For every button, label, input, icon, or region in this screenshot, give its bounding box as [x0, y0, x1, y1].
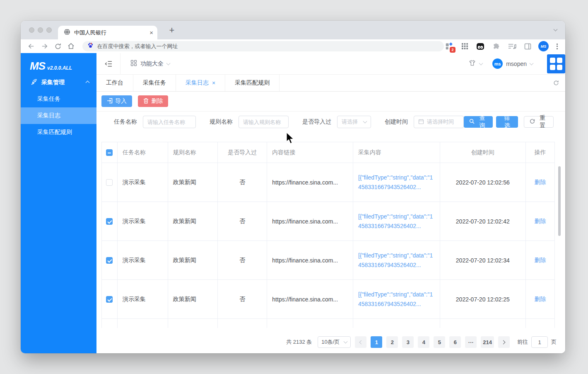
cell-content-link: https://finance.sina.com... [267, 202, 353, 240]
page-button[interactable]: ··· [465, 336, 477, 348]
import-label: 导入 [115, 97, 127, 105]
pagination-goto: 前往 页 [517, 336, 557, 348]
page-button[interactable]: 4 [418, 336, 429, 348]
theme-switcher[interactable] [468, 59, 482, 68]
collect-content-link[interactable]: [{"filedType":"string","data":"145833166… [358, 212, 435, 231]
sidebar-fold-button[interactable] [96, 53, 120, 74]
tab-search-chevron-icon[interactable] [554, 27, 558, 32]
chevron-down-icon [479, 61, 483, 65]
row-delete-link[interactable]: 删除 [535, 179, 546, 186]
feature-menu[interactable]: 功能大全 [130, 60, 170, 68]
table-body: 演示采集 政策新闻 否 https://finance.sina.com... … [102, 163, 554, 328]
import-button[interactable]: 导入 [101, 95, 132, 107]
sidebar-item-collect-task[interactable]: 采集任务 [21, 91, 96, 107]
sidebar-item-label: 采集任务 [37, 95, 60, 103]
query-button[interactable]: 查询 [464, 116, 493, 128]
row-delete-link[interactable]: 删除 [535, 257, 546, 264]
app-root: MS v2.0.0.ALL 采集管理 采集任务 采集日志 [21, 53, 565, 353]
browser-tab[interactable]: 中国人民银行 × [58, 26, 157, 39]
sidebar-item-collect-management[interactable]: 采集管理 [21, 74, 96, 91]
divider [96, 111, 565, 112]
sidebar-item-label: 采集日志 [37, 112, 60, 119]
sidebar-item-collect-match-rule[interactable]: 采集匹配规则 [21, 124, 96, 141]
row-delete-link[interactable]: 删除 [535, 218, 546, 225]
row-delete-link[interactable]: 删除 [535, 296, 546, 303]
browser-profile-avatar[interactable]: MS [538, 41, 549, 51]
task-name-input[interactable] [143, 116, 196, 128]
reading-list-icon[interactable] [507, 42, 517, 51]
rule-name-input[interactable] [239, 116, 289, 128]
extension-with-badge-icon[interactable]: 2 [444, 42, 454, 51]
app-grid-button[interactable] [547, 54, 565, 73]
refresh-tabs-icon[interactable] [553, 80, 559, 88]
tab-workbench[interactable]: 工作台 [96, 75, 133, 91]
back-icon[interactable] [27, 41, 36, 51]
page-button[interactable]: 5 [434, 336, 445, 348]
panda-extension-icon[interactable] [475, 42, 485, 51]
forward-icon[interactable] [40, 41, 49, 51]
collect-content-link[interactable]: [{"filedType":"string","data":"145833166… [358, 173, 435, 192]
username: msopen [506, 61, 527, 67]
page-button[interactable]: 3 [402, 336, 414, 348]
collect-content-link[interactable]: [{"filedType":"string","data":"145833166… [358, 290, 435, 309]
chevron-up-icon [86, 80, 90, 85]
reload-icon[interactable] [53, 41, 63, 51]
create-time-picker[interactable]: 请选择时间 [414, 116, 464, 128]
desktop-background: 中国人民银行 × + 在百度中搜索，或者 [0, 0, 588, 374]
extension-badge: 2 [450, 47, 455, 53]
zoom-window-button[interactable] [46, 27, 52, 33]
cell-rule-name: 政策新闻 [168, 163, 218, 202]
table-row: 演示采集 政策新闻 否 https://finance.sina.com... … [102, 241, 554, 280]
tab-close-icon[interactable]: × [149, 29, 153, 36]
page-button[interactable]: 2 [386, 336, 398, 348]
row-checkbox[interactable] [106, 179, 113, 186]
cell-rule-name: 政策新闻 [168, 280, 218, 318]
delete-button[interactable]: 删除 [138, 95, 168, 107]
apps-grid-icon[interactable] [460, 42, 470, 51]
reset-button[interactable]: 重置 [524, 116, 554, 128]
page-button[interactable]: 214 [481, 336, 494, 348]
cell-rule-name [168, 319, 218, 328]
new-tab-button[interactable]: + [166, 25, 177, 36]
page-button[interactable]: 1 [371, 336, 382, 348]
tab-collect-task[interactable]: 采集任务 [133, 75, 176, 91]
page-size-select[interactable]: 10条/页 [318, 336, 351, 348]
cell-imported [218, 319, 267, 328]
prev-page-button[interactable] [355, 336, 366, 348]
address-bar[interactable]: 在百度中搜索，或者输入一个网址 [82, 41, 444, 51]
table-scrollbar-thumb[interactable] [558, 166, 561, 236]
create-time-label: 创建时间 [385, 118, 408, 126]
extensions-puzzle-icon[interactable] [491, 42, 501, 51]
user-menu[interactable]: ms msopen [492, 58, 533, 69]
cell-content-link [267, 319, 353, 328]
row-checkbox[interactable] [106, 296, 113, 303]
home-icon[interactable] [66, 41, 76, 51]
filter-button[interactable]: 筛选 [496, 116, 518, 128]
tab-collect-log[interactable]: 采集日志 × [176, 75, 225, 91]
select-all-checkbox[interactable] [106, 149, 113, 156]
tab-collect-match-rule[interactable]: 采集匹配规则 [225, 75, 280, 91]
cell-content-link: https://finance.sina.com... [267, 280, 353, 318]
collect-content-link[interactable]: [{"filedType":"string","data":"145833166… [358, 251, 435, 270]
goto-page-input[interactable] [531, 336, 548, 348]
rocket-icon [31, 78, 38, 87]
app-logo: MS v2.0.0.ALL [21, 53, 96, 74]
import-icon [107, 98, 113, 105]
close-tab-icon[interactable]: × [212, 80, 215, 86]
row-checkbox[interactable] [106, 257, 113, 264]
sidebar-item-label: 采集匹配规则 [37, 129, 72, 136]
next-page-button[interactable] [498, 336, 510, 348]
page-size-value: 10条/页 [321, 338, 340, 346]
close-window-button[interactable] [29, 27, 34, 33]
column-imported: 是否导入过 [218, 142, 267, 163]
side-panel-icon[interactable] [523, 42, 533, 51]
minimize-window-button[interactable] [38, 27, 43, 33]
cell-imported: 否 [218, 280, 267, 318]
data-table: 任务名称 规则名称 是否导入过 内容链接 采集内容 创建时间 操作 演示采集 [101, 142, 555, 328]
sidebar-item-collect-log[interactable]: 采集日志 [21, 107, 96, 124]
page-button[interactable]: 6 [449, 336, 461, 348]
row-checkbox[interactable] [106, 218, 113, 225]
browser-menu-icon[interactable] [554, 44, 559, 49]
reset-label: 重置 [537, 114, 548, 129]
imported-select[interactable]: 请选择 [337, 116, 371, 128]
